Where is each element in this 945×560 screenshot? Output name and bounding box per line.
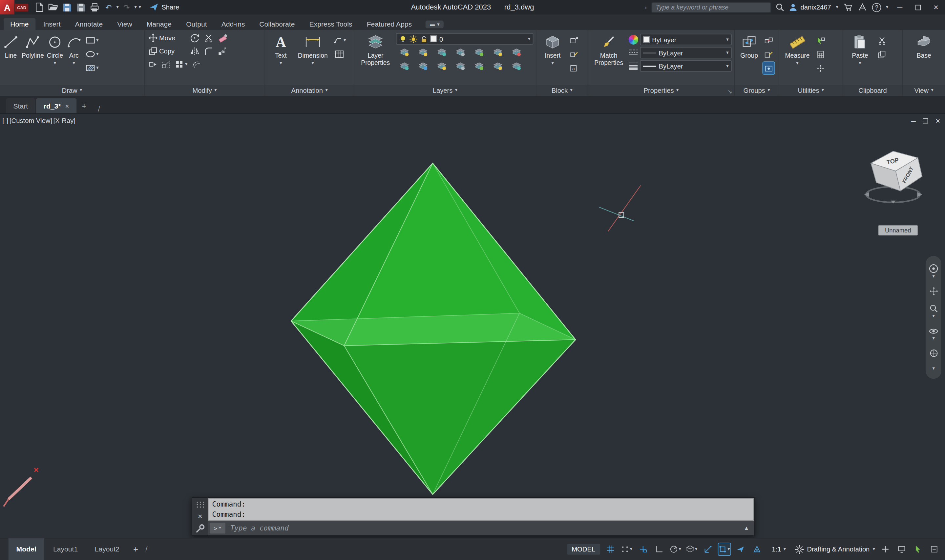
layers-panel-label[interactable]: Layers▾ [355, 85, 536, 96]
layer-tool-icon[interactable] [396, 60, 413, 72]
command-history[interactable]: Command: Command: [208, 498, 754, 521]
tab-layout1[interactable]: Layout1 [45, 538, 86, 560]
rotate-button[interactable] [189, 32, 201, 44]
share-button[interactable]: Share [150, 3, 179, 11]
group-edit-button[interactable] [763, 48, 774, 60]
command-customize-wrench-icon[interactable] [195, 524, 205, 534]
base-button[interactable]: Base [910, 32, 937, 61]
graphics-performance-icon[interactable] [912, 543, 924, 555]
table-button[interactable] [331, 48, 347, 60]
isometric-drafting-icon[interactable]: ▾ [686, 543, 698, 555]
layer-tool-icon[interactable] [433, 60, 450, 72]
workspace-switcher[interactable]: Drafting & Annotation▾ [795, 545, 875, 554]
search-input[interactable] [652, 4, 771, 11]
tab-collaborate[interactable]: Collaborate [253, 18, 301, 30]
block-attributes-button[interactable]: a [568, 62, 580, 74]
clipboard-panel-label[interactable]: Clipboard [843, 85, 902, 96]
layout-list-icon[interactable]: / [145, 545, 147, 554]
arc-dropdown[interactable]: ▾ [73, 61, 75, 66]
layer-tool-icon[interactable] [508, 46, 525, 58]
viewport-visual-style-control[interactable]: [X-Ray] [54, 117, 76, 124]
text-dropdown[interactable]: ▾ [279, 61, 282, 66]
search-icon[interactable] [776, 3, 784, 11]
draw-panel-label[interactable]: Draw▾ [0, 85, 144, 96]
layer-tool-icon[interactable] [415, 60, 432, 72]
minimize-button[interactable]: ─ [893, 1, 906, 14]
group-button[interactable]: Group [737, 32, 761, 61]
command-close-icon[interactable]: × [198, 512, 202, 520]
mirror-button[interactable] [189, 45, 201, 57]
grid-icon[interactable] [604, 543, 617, 555]
save-as-button[interactable] [75, 1, 87, 14]
command-palette-grip[interactable]: × [192, 498, 208, 535]
quick-select-button[interactable] [815, 34, 826, 46]
arc-button[interactable]: Arc ▾ [66, 32, 82, 66]
block-panel-label[interactable]: Block▾ [536, 85, 588, 96]
layer-tool-icon[interactable] [489, 46, 506, 58]
tab-featured-apps[interactable]: Featured Apps [360, 18, 419, 30]
cart-icon[interactable] [843, 3, 853, 11]
insert-block-button[interactable]: Insert ▾ [539, 32, 566, 66]
ribbon-collapse-button[interactable]: ▬▾ [425, 20, 444, 28]
help-dropdown[interactable]: ▾ [886, 5, 888, 10]
layer-tool-icon[interactable] [433, 46, 450, 58]
move-button[interactable]: Move [147, 32, 187, 44]
properties-panel-label[interactable]: Properties▾↘ [588, 85, 734, 96]
viewcube[interactable]: TOP FRONT [856, 138, 940, 206]
command-input[interactable] [225, 524, 739, 532]
circle-dropdown[interactable]: ▾ [54, 61, 56, 66]
tab-insert[interactable]: Insert [36, 18, 67, 30]
layer-properties-button[interactable]: Layer Properties [357, 32, 394, 68]
new-layout-button[interactable]: + [133, 544, 138, 554]
autocad-logo[interactable]: A CAD [0, 0, 28, 14]
viewport-view-control[interactable]: [Custom View] [9, 117, 52, 124]
line-button[interactable]: Line [2, 32, 19, 61]
paste-dropdown[interactable]: ▾ [859, 61, 861, 66]
tab-view[interactable]: View [111, 18, 139, 30]
viewport-minimize-control[interactable]: [-] [2, 117, 8, 124]
layer-tool-icon[interactable] [415, 46, 432, 58]
layer-combo-dropdown[interactable]: ▾ [528, 36, 530, 41]
pan-icon[interactable] [929, 287, 938, 296]
annotation-scale-button[interactable]: 1:1▾ [767, 544, 791, 555]
performance-monitor-icon[interactable] [896, 543, 908, 555]
edit-block-button[interactable] [568, 48, 580, 60]
maximize-button[interactable] [911, 1, 924, 14]
drawing-restore-button[interactable] [923, 118, 929, 124]
close-button[interactable]: × [929, 1, 942, 14]
model-space-button[interactable]: MODEL [567, 544, 600, 555]
ellipse-button[interactable]: ▾ [84, 48, 100, 60]
layer-tool-icon[interactable] [489, 60, 506, 72]
group-selection-toggle[interactable] [763, 62, 774, 74]
viewcube-compass-ring[interactable] [866, 186, 920, 202]
redo-button[interactable]: ↷ [120, 1, 133, 14]
color-combo[interactable]: ByLayer▾ [640, 34, 732, 45]
tab-home[interactable]: Home [4, 18, 35, 30]
object-color-icon[interactable] [629, 35, 638, 44]
groups-panel-label[interactable]: Groups▾ [735, 85, 779, 96]
array-button[interactable]: ▾ [174, 58, 189, 71]
erase-button[interactable] [216, 32, 229, 44]
paste-button[interactable]: Paste ▾ [846, 32, 874, 66]
command-options-button[interactable]: >▾ [210, 523, 225, 534]
auto-scale-icon[interactable] [751, 543, 763, 555]
trim-button[interactable] [202, 32, 214, 44]
save-button[interactable] [61, 1, 73, 14]
measure-dropdown[interactable]: ▾ [796, 61, 799, 66]
match-properties-button[interactable]: Match Properties [590, 32, 627, 68]
dimension-dropdown[interactable]: ▾ [312, 61, 314, 66]
fillet-button[interactable] [202, 45, 214, 57]
rectangle-button[interactable]: ▾ [84, 34, 100, 46]
tab-current-drawing[interactable]: rd_3* × [36, 98, 76, 113]
id-point-button[interactable] [815, 62, 826, 74]
account-button[interactable]: danix2467 [789, 3, 831, 11]
undo-button[interactable]: ↶ [102, 1, 114, 14]
full-navigation-wheel-icon[interactable]: ▾ [929, 264, 938, 279]
layer-tool-icon[interactable] [470, 46, 487, 58]
hatch-button[interactable]: ▾ [84, 62, 100, 74]
plot-button[interactable] [89, 1, 101, 14]
offset-button[interactable] [190, 58, 202, 71]
ungroup-button[interactable] [763, 34, 774, 46]
snap-mode-icon[interactable]: ▾ [620, 543, 633, 555]
redo-dropdown[interactable]: ▾ [134, 5, 137, 10]
